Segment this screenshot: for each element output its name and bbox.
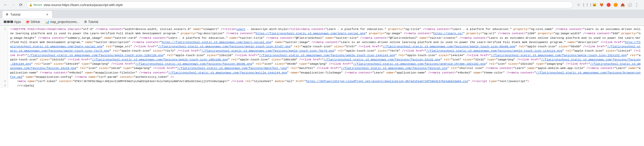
line-number-3: 3 (0, 84, 8, 88)
tab-close-button[interactable]: ✕ (45, 13, 49, 17)
source-line-1: 1 <!DOCTYPE html><html><head><meta chars… (0, 27, 644, 79)
tab-favicon: ⚙ (5, 13, 9, 16)
extension-icons: ⋮⋮⋮ 🐱 🦊 🔴 🟠 📤 ⬜ ⋮ (584, 2, 642, 8)
browser-toolbar: ← → ⟳ 🔒 Secure view-source:https://learn… (0, 0, 644, 10)
active-tab[interactable]: ⚙ Tutorial ✕ (2, 11, 52, 18)
ext-icon-3[interactable]: 🟠 (612, 2, 619, 8)
bookmark-tutorial-label: Tutorial (88, 20, 98, 24)
tutorial-favicon: ⚙ (84, 20, 87, 24)
ext-icon-menu[interactable]: ⋮ (633, 2, 640, 8)
bookmarks-bar: ⯀⯀⯀ Apps 🐙 GitHub 📊 map_project/scores..… (0, 18, 644, 26)
bookmark-star-button[interactable]: ☆ (575, 1, 582, 8)
apps-label: Apps (14, 20, 21, 24)
ext-icon-profile[interactable]: 🐱 (591, 2, 598, 8)
map-project-favicon: 📊 (45, 20, 49, 24)
apps-grid-icon: ⯀⯀⯀ (4, 20, 13, 24)
bookmark-map-project-label: map_project/scores... (50, 20, 79, 24)
tab-bar: ⚙ Tutorial ✕ (0, 10, 644, 18)
back-button[interactable]: ← (2, 1, 9, 8)
url-text: view-source:https://learn.co/tracks/java… (44, 3, 570, 7)
line-number-1: 1 (0, 27, 8, 79)
ext-icon-4[interactable]: 📤 (619, 2, 626, 8)
tab-title: Tutorial (10, 13, 44, 16)
bookmark-github-label: GitHub (31, 20, 40, 24)
bookmark-github[interactable]: 🐙 GitHub (23, 19, 42, 24)
lock-icon: 🔒 (29, 3, 33, 7)
line-number-2: 2 (0, 79, 8, 84)
bookmark-tutorial[interactable]: ⚙ Tutorial (82, 19, 100, 24)
address-bar[interactable]: 🔒 Secure view-source:https://learn.co/tr… (26, 1, 573, 8)
ext-icon-2[interactable]: 🔴 (605, 2, 612, 8)
source-line-2: 2 <meta name="csrf-token" content="OTEY/… (0, 79, 644, 84)
ext-icon-1[interactable]: 🦊 (598, 2, 605, 8)
ext-icon-apps[interactable]: ⋮⋮⋮ (584, 2, 591, 8)
source-line-3: 3 //<!CDATA[ (0, 84, 644, 88)
github-favicon: 🐙 (25, 20, 30, 24)
apps-button[interactable]: ⯀⯀⯀ Apps (2, 19, 22, 24)
secure-badge: 🔒 Secure (29, 3, 42, 7)
line-content-2: <meta name="csrf-token" content="OTEY/JK… (10, 79, 644, 84)
bookmark-map-project[interactable]: 📊 map_project/scores... (43, 19, 81, 24)
source-view: 1 <!DOCTYPE html><html><head><meta chars… (0, 26, 644, 146)
forward-button[interactable]: → (10, 1, 17, 8)
line-content-1: <!DOCTYPE html><html><head><meta charset… (10, 27, 644, 79)
reload-button[interactable]: ⟳ (17, 1, 24, 8)
nav-buttons: ← → ⟳ (2, 1, 24, 8)
line-content-3: //<!CDATA[ (10, 84, 644, 88)
secure-label: Secure (33, 3, 42, 6)
ext-icon-5[interactable]: ⬜ (626, 2, 633, 8)
